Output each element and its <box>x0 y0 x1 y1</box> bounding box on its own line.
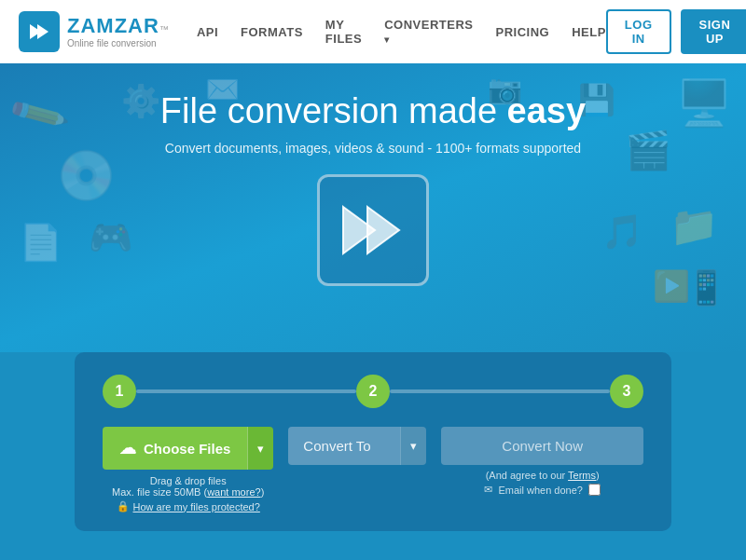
hero-logo-big <box>317 174 429 286</box>
want-more-close: ) <box>261 486 265 498</box>
hero-section: ✏️ 💿 ⚙️ 📄 🎮 🖥️ 🎬 💾 📁 🎵 ✉️ 📷 📱 ▶️ File co… <box>0 63 746 352</box>
choose-files-label: Choose Files <box>144 441 230 457</box>
max-file-size-text: Max. file size 50MB (want more?) <box>103 486 273 498</box>
nav-api[interactable]: API <box>197 25 218 39</box>
choose-files-group: ☁ Choose Files ▾ Drag & drop files Max. … <box>103 427 273 512</box>
email-row: ✉ Email when done? <box>441 484 643 496</box>
doodle-disk: 💿 <box>56 147 117 204</box>
upload-icon: ☁ <box>119 438 136 458</box>
steps-bar: 1 2 3 <box>103 375 643 408</box>
svg-marker-3 <box>367 207 399 253</box>
choose-files-dropdown-arrow[interactable]: ▾ <box>247 427 273 470</box>
email-label: Email when done? <box>498 485 583 496</box>
nav-actions: LOG IN SIGN UP <box>606 9 746 54</box>
doodle-monitor: 🖥️ <box>676 77 732 130</box>
convert-now-wrap: Convert Now (And agree to our Terms) ✉ E… <box>441 427 643 496</box>
conversion-panel: 1 2 3 ☁ Choose Files ▾ Drag & drop files <box>75 352 671 531</box>
hero-title: File conversion made easy <box>160 91 586 131</box>
nav-links: API FORMATS MY FILES CONVERTERS PRICING … <box>197 18 606 46</box>
step-line-1 <box>136 389 356 393</box>
doodle-gamepad: 🎮 <box>89 217 132 258</box>
convert-to-arrow[interactable]: ▾ <box>400 427 426 465</box>
signup-button[interactable]: SIGN UP <box>681 9 746 54</box>
doodle-pencil: ✏️ <box>6 82 71 145</box>
agree-note: (And agree to our Terms) <box>441 470 643 481</box>
logo-tm: ™ <box>159 24 169 34</box>
doodle-play: ▶️ <box>653 268 690 304</box>
step-3-circle: 3 <box>610 375 643 408</box>
agree-close: ) <box>596 470 600 481</box>
email-icon: ✉ <box>484 484 492 496</box>
hero-title-normal: File conversion made <box>160 91 507 130</box>
step-1-circle: 1 <box>103 375 136 408</box>
login-button[interactable]: LOG IN <box>606 9 671 54</box>
nav-converters[interactable]: CONVERTERS <box>384 18 473 46</box>
nav-my-files[interactable]: MY FILES <box>325 18 362 46</box>
choose-files-button[interactable]: ☁ Choose Files <box>103 427 247 470</box>
svg-marker-1 <box>37 24 48 39</box>
choose-hints: Drag & drop files Max. file size 50MB (w… <box>103 475 273 512</box>
convert-now-button[interactable]: Convert Now <box>441 427 643 465</box>
panel-wrapper: 1 2 3 ☁ Choose Files ▾ Drag & drop files <box>0 352 746 550</box>
logo-name: ZAMZAR <box>67 16 159 36</box>
doodle-gear: ⚙️ <box>121 82 160 119</box>
doodle-folder: 📁 <box>670 203 718 249</box>
hero-title-bold: easy <box>507 91 587 130</box>
choose-files-btn-wrap: ☁ Choose Files ▾ <box>103 427 273 470</box>
logo-icon <box>19 11 60 52</box>
nav-formats[interactable]: FORMATS <box>241 25 303 39</box>
step-line-2 <box>390 389 610 393</box>
convert-to-label: Convert To <box>288 427 400 465</box>
nav-help[interactable]: HELP <box>572 25 606 39</box>
drag-drop-text: Drag & drop files <box>103 475 273 486</box>
doodle-file: 📄 <box>19 222 62 263</box>
nav-pricing[interactable]: PRICING <box>496 25 550 39</box>
agree-text: (And agree to our <box>486 470 568 481</box>
email-checkbox[interactable] <box>588 484 601 496</box>
doodle-phone: 📱 <box>685 268 727 307</box>
navbar: ZAMZAR ™ Online file conversion API FORM… <box>0 0 746 63</box>
want-more-link[interactable]: want more? <box>207 486 260 498</box>
convert-to-wrap: Convert To ▾ <box>288 427 426 465</box>
max-file-size-prefix: Max. file size 50MB ( <box>112 486 207 498</box>
terms-link[interactable]: Terms <box>568 470 596 481</box>
doodle-music: 🎵 <box>601 212 643 252</box>
lock-hint: 🔒 How are my files protected? <box>103 500 273 512</box>
lock-icon: 🔒 <box>117 500 130 512</box>
protection-link[interactable]: How are my files protected? <box>133 501 260 512</box>
controls-row: ☁ Choose Files ▾ Drag & drop files Max. … <box>103 427 643 512</box>
logo-text: ZAMZAR ™ Online file conversion <box>67 16 169 48</box>
logo-area[interactable]: ZAMZAR ™ Online file conversion <box>19 11 169 52</box>
convert-to-dropdown-wrap: Convert To ▾ <box>288 427 426 465</box>
doodle-film: 🎬 <box>625 129 671 172</box>
hero-subtitle: Convert documents, images, videos & soun… <box>165 141 581 156</box>
step-2-circle: 2 <box>356 375 390 408</box>
logo-tagline: Online file conversion <box>67 38 169 48</box>
